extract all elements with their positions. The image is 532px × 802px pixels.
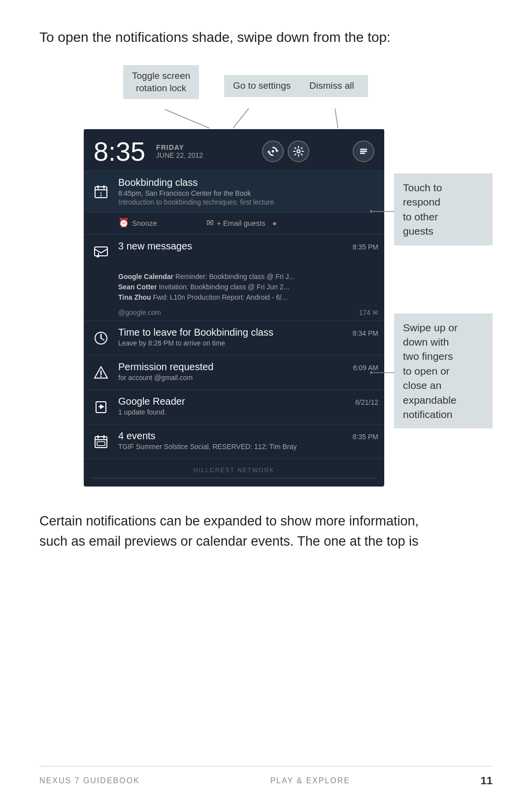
snooze-icon: ⏰	[118, 217, 129, 228]
notif-content-messages: 3 new messages 8:35 PM	[118, 235, 384, 269]
notif-content-reader: Google Reader 6/21/12 1 update found.	[118, 390, 384, 424]
status-time: 8:35	[94, 138, 145, 165]
svg-line-1	[233, 108, 249, 128]
bottom-text: Certain notifications can be expanded to…	[39, 511, 493, 551]
msg3-sender: Tina Zhou	[118, 293, 151, 301]
status-bar: 8:35 FRIDAY JUNE 22, 2012	[84, 129, 384, 171]
diagram-container: Toggle screen rotation lock Go to settin…	[39, 65, 493, 487]
notification-reader: Google Reader 6/21/12 1 update found.	[84, 389, 384, 424]
notif-bookbinding-title: Bookbinding class	[118, 177, 378, 188]
email-guests-dot: ●	[272, 219, 277, 227]
notif-icon-col-events	[84, 424, 118, 458]
notif-icon-col-reader	[84, 390, 118, 424]
page-content: To open the notifications shade, swipe d…	[0, 0, 532, 571]
footer-left: NEXUS 7 GUIDEBOOK	[39, 776, 140, 785]
touch-callout-wrapper: Touch torespondto otherguests	[394, 174, 493, 249]
msg-row-3: Tina Zhou Fwd: L10n Production Report: A…	[118, 292, 378, 303]
settings-icon[interactable]	[288, 140, 309, 162]
snooze-button[interactable]: ⏰ Snooze	[118, 217, 157, 228]
email-icon: ✉	[206, 217, 214, 228]
network-footer: HILLCREST NETWORK	[84, 458, 384, 487]
calendar-icon: 1	[92, 183, 110, 201]
right-callouts-container: Touch torespondto otherguests Swipe up o…	[394, 129, 493, 432]
notif-messages-title-row: 3 new messages 8:35 PM	[118, 241, 378, 252]
msg-count: 174 ✉	[359, 309, 378, 316]
svg-line-0	[165, 109, 209, 128]
svg-point-28	[370, 210, 372, 213]
notif-leave-time: 8:34 PM	[353, 329, 378, 337]
swipe-callout-line-svg	[370, 368, 395, 378]
email-guests-button[interactable]: ✉ + Email guests ●	[206, 217, 277, 228]
notif-content-permission: Permission requested 6:09 AM for account…	[118, 355, 384, 389]
status-date: FRIDAY JUNE 22, 2012	[156, 143, 203, 159]
notif-bookbinding-desc: Introduction to bookbinding techniques: …	[118, 198, 378, 206]
phone-mockup: 8:35 FRIDAY JUNE 22, 2012	[84, 129, 384, 487]
page-footer: NEXUS 7 GUIDEBOOK PLAY & EXPLORE 11	[39, 766, 493, 787]
touch-callout-line-svg	[370, 207, 395, 216]
notif-leave-subtitle: Leave by 8:26 PM to arrive on time	[118, 339, 378, 347]
touch-callout: Touch torespondto otherguests	[394, 174, 493, 245]
msg1-text: Reminder: Bookbinding class @ Fri J...	[175, 273, 295, 280]
leave-clock-icon	[92, 329, 110, 347]
swipe-callout: Swipe up ordown withtwo fingersto open o…	[394, 314, 493, 429]
messages-expanded-content: Google Calendar Reminder: Bookbinding cl…	[84, 269, 384, 307]
status-left: 8:35 FRIDAY JUNE 22, 2012	[94, 138, 203, 165]
callout-dismiss: Dismiss all	[296, 75, 368, 97]
notif-events-time: 8:35 PM	[353, 433, 378, 441]
status-icons	[262, 140, 374, 162]
status-day: FRIDAY	[156, 143, 203, 151]
swipe-callout-wrapper: Swipe up ordown withtwo fingersto open o…	[394, 314, 493, 433]
notification-messages: 3 new messages 8:35 PM	[84, 234, 384, 269]
snooze-label: Snooze	[132, 219, 157, 227]
download-icon	[92, 398, 110, 416]
notif-icon-col-permission	[84, 355, 118, 389]
notif-content-events: 4 events 8:35 PM TGIF Summer Solstice So…	[118, 424, 384, 458]
msg2-text: Invitation: Bookbinding class @ Fri Jun …	[159, 283, 289, 291]
msg1-sender: Google Calendar	[118, 273, 173, 280]
status-full-date: JUNE 22, 2012	[156, 151, 203, 159]
notif-reader-title-row: Google Reader 6/21/12	[118, 396, 378, 407]
dismiss-icon[interactable]	[353, 140, 374, 162]
notif-permission-title: Permission requested	[118, 361, 213, 373]
svg-point-19	[100, 376, 102, 377]
network-name: HILLCREST NETWORK	[92, 467, 376, 474]
events-icon	[92, 433, 110, 451]
msg2-sender: Sean Cotter	[118, 283, 157, 291]
notif-bookbinding-subtitle: 8:45pm, San Francisco Center for the Boo…	[118, 189, 378, 197]
notif-permission-subtitle: for account @gmail.com	[118, 374, 378, 382]
callout-toggle: Toggle screen rotation lock	[123, 65, 199, 99]
svg-line-17	[101, 338, 104, 340]
notif-icon-col-messages	[84, 235, 118, 269]
svg-rect-13	[95, 247, 107, 256]
notification-events: 4 events 8:35 PM TGIF Summer Solstice So…	[84, 424, 384, 458]
svg-text:1: 1	[100, 192, 102, 197]
notif-content-bookbinding: Bookbinding class 8:45pm, San Francisco …	[118, 171, 384, 212]
email-guests-label: + Email guests	[217, 219, 266, 227]
intro-text: To open the notifications shade, swipe d…	[39, 30, 493, 45]
notif-messages-title: 3 new messages	[118, 241, 192, 252]
svg-point-30	[370, 371, 372, 374]
notification-bookbinding: 1 Bookbinding class 8:45pm, San Francisc…	[84, 171, 384, 212]
msg-row-2: Sean Cotter Invitation: Bookbinding clas…	[118, 282, 378, 292]
messages-icon	[92, 243, 110, 261]
notif-leave-title: Time to leave for Bookbinding class	[118, 327, 273, 338]
footer-center: PLAY & EXPLORE	[270, 776, 350, 785]
svg-line-2	[335, 108, 338, 128]
network-line	[92, 478, 376, 479]
svg-point-4	[297, 150, 300, 153]
rotation-lock-icon[interactable]	[262, 140, 284, 162]
notif-messages-time: 8:35 PM	[353, 243, 378, 251]
notification-time-to-leave: Time to leave for Bookbinding class 8:34…	[84, 320, 384, 355]
notification-permission: Permission requested 6:09 AM for account…	[84, 355, 384, 389]
notif-events-title-row: 4 events 8:35 PM	[118, 430, 378, 442]
svg-point-3	[272, 150, 274, 153]
notif-events-title: 4 events	[118, 430, 156, 442]
notif-reader-time: 6/21/12	[355, 398, 378, 406]
msg-account: @google.com	[118, 309, 161, 316]
notif-icon-col-bookbinding: 1	[84, 171, 118, 212]
footer-right: 11	[481, 774, 493, 787]
msg3-text: Fwd: L10n Production Report: Android - 6…	[153, 293, 288, 301]
msg-row-1: Google Calendar Reminder: Bookbinding cl…	[118, 272, 378, 282]
callout-settings: Go to settings	[224, 75, 299, 97]
notif-leave-title-row: Time to leave for Bookbinding class 8:34…	[118, 327, 378, 338]
